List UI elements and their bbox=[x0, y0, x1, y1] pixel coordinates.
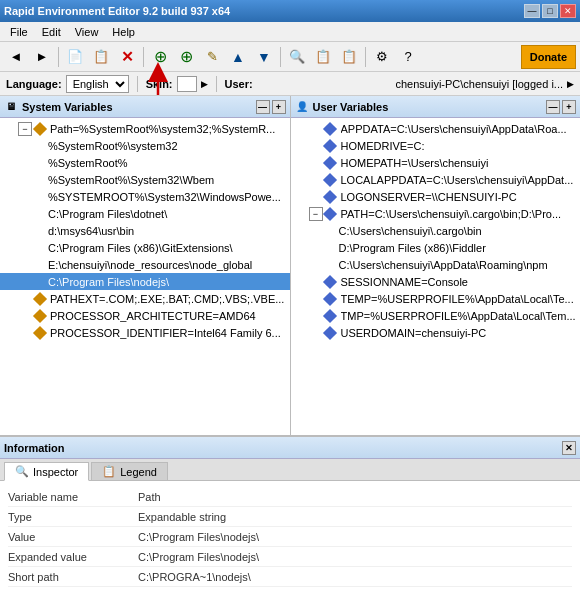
options-separator-2 bbox=[216, 76, 217, 92]
tree-item[interactable]: d:\msys64\usr\bin bbox=[0, 222, 290, 239]
tree-item[interactable]: E:\chensuiyi\node_resources\node_global bbox=[0, 256, 290, 273]
tree-expand-btn[interactable]: − bbox=[18, 122, 32, 136]
edit-path-button[interactable]: ⊕ bbox=[174, 45, 198, 69]
system-collapse-button[interactable]: — bbox=[256, 100, 270, 114]
value-value: C:\Program Files\nodejs\ bbox=[138, 531, 572, 543]
close-button[interactable]: ✕ bbox=[560, 4, 576, 18]
tree-item-label: PROCESSOR_ARCHITECTURE=AMD64 bbox=[50, 310, 290, 322]
tree-item[interactable]: %SystemRoot%\System32\Wbem bbox=[0, 171, 290, 188]
info-row-variable-name: Variable name Path bbox=[8, 487, 572, 507]
back-button[interactable]: ◄ bbox=[4, 45, 28, 69]
tree-item[interactable]: − PATH=C:\Users\chensuiyi\.cargo\bin;D:\… bbox=[291, 205, 581, 222]
system-variables-icon: 🖥 bbox=[4, 100, 18, 114]
language-select[interactable]: English bbox=[66, 75, 129, 93]
toolbar-separator-4 bbox=[365, 47, 366, 67]
tree-item[interactable]: APPDATA=C:\Users\chensuiyi\AppData\Roa..… bbox=[291, 120, 581, 137]
user-collapse-button[interactable]: — bbox=[546, 100, 560, 114]
tree-item-label: HOMEPATH=\Users\chensuiyi bbox=[341, 157, 581, 169]
system-variables-content[interactable]: − Path=%SystemRoot%\system32;%SystemR...… bbox=[0, 118, 290, 435]
skin-arrow[interactable]: ▶ bbox=[201, 79, 208, 89]
tree-item[interactable]: USERDOMAIN=chensuiyi-PC bbox=[291, 324, 581, 341]
diamond-shape bbox=[323, 155, 337, 169]
var-icon bbox=[325, 190, 339, 204]
diamond-shape bbox=[32, 325, 46, 339]
toolbar-separator-1 bbox=[58, 47, 59, 67]
menu-file[interactable]: File bbox=[4, 24, 34, 40]
tree-item[interactable]: C:\Program Files\dotnet\ bbox=[0, 205, 290, 222]
tree-item[interactable]: − Path=%SystemRoot%\system32;%SystemR... bbox=[0, 120, 290, 137]
info-row-short-path: Short path C:\PROGRA~1\nodejs\ bbox=[8, 567, 572, 587]
help-button[interactable]: ? bbox=[396, 45, 420, 69]
diamond-shape bbox=[32, 121, 46, 135]
skin-selector[interactable] bbox=[177, 76, 197, 92]
tree-item[interactable]: HOMEPATH=\Users\chensuiyi bbox=[291, 154, 581, 171]
add-button[interactable]: ⊕ bbox=[148, 45, 172, 69]
tree-item[interactable]: PATHEXT=.COM;.EXE;.BAT;.CMD;.VBS;.VBE... bbox=[0, 290, 290, 307]
var-icon bbox=[34, 122, 48, 136]
diamond-shape bbox=[323, 138, 337, 152]
system-variables-panel: 🖥 System Variables — + − Path=%SystemRoo… bbox=[0, 96, 291, 435]
donate-button[interactable]: Donate bbox=[521, 45, 576, 69]
tree-item[interactable]: LOCALAPPDATA=C:\Users\chensuiyi\AppDat..… bbox=[291, 171, 581, 188]
diamond-shape bbox=[323, 172, 337, 186]
user-arrow[interactable]: ▶ bbox=[567, 79, 574, 89]
menu-help[interactable]: Help bbox=[106, 24, 141, 40]
minimize-button[interactable]: — bbox=[524, 4, 540, 18]
tree-item-label: %SystemRoot%\System32\Wbem bbox=[48, 174, 290, 186]
edit-button[interactable]: ✎ bbox=[200, 45, 224, 69]
maximize-button[interactable]: □ bbox=[542, 4, 558, 18]
diamond-shape bbox=[32, 291, 46, 305]
tree-item[interactable]: HOMEDRIVE=C: bbox=[291, 137, 581, 154]
user-label: User: bbox=[225, 78, 253, 90]
diamond-shape bbox=[323, 325, 337, 339]
options-separator-1 bbox=[137, 76, 138, 92]
search-button[interactable]: 🔍 bbox=[285, 45, 309, 69]
system-expand-button[interactable]: + bbox=[272, 100, 286, 114]
tree-item-label: C:\Users\chensuiyi\.cargo\bin bbox=[339, 225, 581, 237]
system-variables-tree: − Path=%SystemRoot%\system32;%SystemR...… bbox=[0, 118, 290, 343]
menu-view[interactable]: View bbox=[69, 24, 105, 40]
settings-button[interactable]: ⚙ bbox=[370, 45, 394, 69]
tab-legend[interactable]: 📋 Legend bbox=[91, 462, 168, 480]
tree-item[interactable]: PROCESSOR_ARCHITECTURE=AMD64 bbox=[0, 307, 290, 324]
var-icon bbox=[325, 139, 339, 153]
var-icon bbox=[34, 326, 48, 340]
var-icon bbox=[325, 173, 339, 187]
tree-item-label: PROCESSOR_IDENTIFIER=Intel64 Family 6... bbox=[50, 327, 290, 339]
move-up-button[interactable]: ▲ bbox=[226, 45, 250, 69]
tree-item-label: TMP=%USERPROFILE%\AppData\Local\Tem... bbox=[341, 310, 581, 322]
tree-item[interactable]: %SystemRoot% bbox=[0, 154, 290, 171]
tree-item[interactable]: C:\Users\chensuiyi\.cargo\bin bbox=[291, 222, 581, 239]
info-title: Information bbox=[4, 442, 65, 454]
menu-edit[interactable]: Edit bbox=[36, 24, 67, 40]
export-button[interactable]: 📋 bbox=[337, 45, 361, 69]
copy-button[interactable]: 📋 bbox=[89, 45, 113, 69]
tree-item[interactable]: TMP=%USERPROFILE%\AppData\Local\Tem... bbox=[291, 307, 581, 324]
import-button[interactable]: 📋 bbox=[311, 45, 335, 69]
menu-bar: File Edit View Help bbox=[0, 22, 580, 42]
user-value: chensuiyi-PC\chensuiyi [logged i... bbox=[257, 78, 563, 90]
tree-expand-btn[interactable]: − bbox=[309, 207, 323, 221]
tree-item-label: APPDATA=C:\Users\chensuiyi\AppData\Roa..… bbox=[341, 123, 581, 135]
tree-item[interactable]: C:\Program Files (x86)\GitExtensions\ bbox=[0, 239, 290, 256]
tree-item[interactable]: %SYSTEMROOT%\System32\WindowsPowe... bbox=[0, 188, 290, 205]
info-close-button[interactable]: ✕ bbox=[562, 441, 576, 455]
tree-item[interactable]: TEMP=%USERPROFILE%\AppData\Local\Te... bbox=[291, 290, 581, 307]
diamond-shape bbox=[32, 308, 46, 322]
tree-item[interactable]: D:\Program Files (x86)\Fiddler bbox=[291, 239, 581, 256]
tree-item[interactable]: %SystemRoot%\system32 bbox=[0, 137, 290, 154]
delete-button[interactable]: ✕ bbox=[115, 45, 139, 69]
tree-item[interactable]: LOGONSERVER=\\CHENSUIYI-PC bbox=[291, 188, 581, 205]
tree-item[interactable]: PROCESSOR_IDENTIFIER=Intel64 Family 6... bbox=[0, 324, 290, 341]
tree-item-selected[interactable]: C:\Program Files\nodejs\ bbox=[0, 273, 290, 290]
tree-item[interactable]: SESSIONNAME=Console bbox=[291, 273, 581, 290]
user-expand-button[interactable]: + bbox=[562, 100, 576, 114]
new-file-button[interactable]: 📄 bbox=[63, 45, 87, 69]
tree-item[interactable]: C:\Users\chensuiyi\AppData\Roaming\npm bbox=[291, 256, 581, 273]
tab-inspector[interactable]: 🔍 Inspector bbox=[4, 462, 89, 481]
user-variables-content[interactable]: APPDATA=C:\Users\chensuiyi\AppData\Roa..… bbox=[291, 118, 581, 435]
window-title: Rapid Environment Editor 9.2 build 937 x… bbox=[4, 5, 230, 17]
forward-button[interactable]: ► bbox=[30, 45, 54, 69]
move-down-button[interactable]: ▼ bbox=[252, 45, 276, 69]
var-icon bbox=[34, 309, 48, 323]
